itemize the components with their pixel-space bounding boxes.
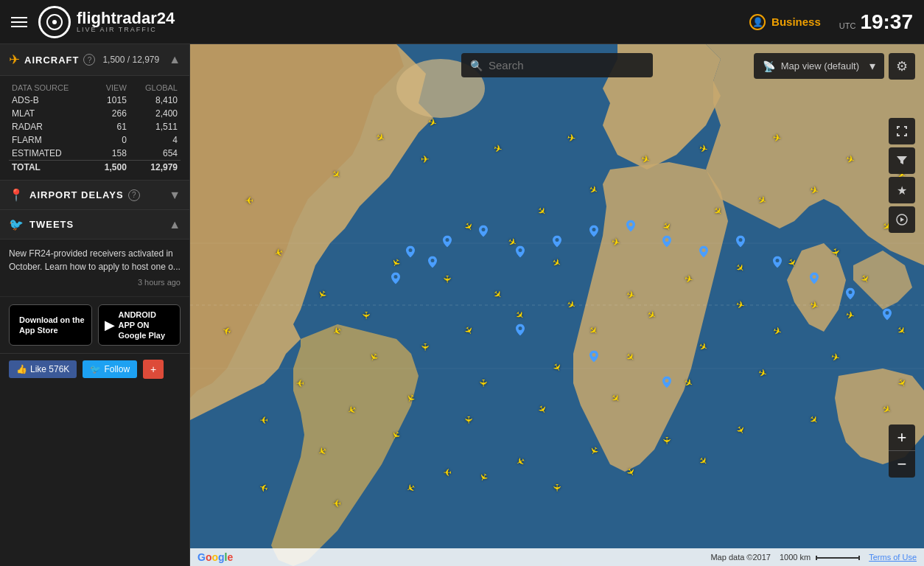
filter-button[interactable] (889, 147, 915, 174)
airport-marker[interactable] (516, 324, 525, 338)
table-row-total: TOTAL 1,500 12,979 (9, 161, 181, 175)
airport-marker[interactable] (846, 287, 855, 301)
svg-rect-8 (858, 556, 860, 560)
search-input-wrap: 🔍 (461, 53, 653, 77)
app-store-label: App Store (19, 325, 85, 335)
settings-button[interactable]: ⚙ (889, 53, 915, 80)
airport-marker[interactable] (773, 256, 782, 270)
aircraft-marker[interactable]: ✈ (245, 195, 253, 206)
aircraft-marker[interactable]: ✈ (463, 416, 475, 424)
android-icon: ▶ (105, 317, 115, 333)
airport-marker[interactable] (699, 246, 708, 260)
airport-marker[interactable] (516, 246, 525, 260)
app-store-button[interactable]: Download on the App Store (9, 304, 92, 346)
google-play-button[interactable]: ▶ ANDROID APP ON Google Play (98, 304, 181, 346)
map-scale-bar: 1000 km (780, 553, 860, 562)
social-bar: 👍 Like 576K 🐦 Follow + (0, 354, 189, 385)
airport-marker[interactable] (443, 236, 452, 250)
tweets-expand-icon[interactable]: ▲ (169, 218, 181, 231)
svg-rect-7 (816, 556, 817, 560)
data-source-table: DATA SOURCE VIEW GLOBAL ADS-B 1015 8,410… (0, 76, 189, 181)
aircraft-marker[interactable]: ✈ (421, 153, 430, 165)
map-view-arrow-icon: ▾ (869, 59, 875, 73)
favorites-button[interactable]: ★ (889, 177, 915, 203)
aircraft-section-header: ✈ AIRCRAFT ? 1,500 / 12,979 ▲ (0, 44, 189, 76)
aircraft-marker[interactable]: ✈ (551, 483, 563, 492)
airport-marker[interactable] (662, 236, 671, 250)
logo-tagline: LIVE AIR TRAFFIC (77, 27, 175, 33)
logo: flightradar24 LIVE AIR TRAFFIC (38, 6, 175, 38)
aircraft-marker[interactable]: ✈ (419, 343, 431, 352)
airport-marker[interactable] (406, 246, 415, 260)
aircraft-help-icon[interactable]: ? (83, 54, 95, 66)
tweet-text: New FR24-provided receivers activated in… (9, 247, 181, 273)
airport-marker[interactable] (553, 236, 561, 250)
airport-delays-help-icon[interactable]: ? (128, 189, 140, 201)
airport-marker[interactable] (810, 272, 819, 286)
playback-button[interactable] (889, 206, 915, 233)
airport-delays-section[interactable]: 📍 AIRPORT DELAYS ? ▼ (0, 181, 189, 210)
aircraft-marker[interactable]: ✈ (661, 436, 673, 445)
search-bar: 🔍 (461, 53, 653, 77)
tweets-section-header: 🐦 TWEETS ▲ (0, 210, 189, 240)
col-data-source: DATA SOURCE (9, 82, 92, 94)
twitter-icon: 🐦 (9, 217, 24, 231)
aircraft-marker[interactable]: ✈ (332, 497, 341, 509)
facebook-icon: 👍 (16, 364, 27, 374)
map-view-selector[interactable]: 📡 Map view (default) ▾ (754, 53, 884, 79)
aircraft-icon: ✈ (9, 52, 20, 68)
table-row: FLARM 0 4 (9, 133, 181, 147)
search-input[interactable] (489, 59, 644, 71)
logo-name: flightradar24 (77, 10, 175, 27)
google-play-sub: ANDROID APP ON (119, 310, 175, 331)
airport-marker[interactable] (589, 350, 598, 364)
fullscreen-button[interactable] (889, 118, 915, 144)
zoom-out-button[interactable]: − (889, 451, 915, 478)
utc-label: UTC (839, 21, 856, 30)
twitter-follow-button[interactable]: 🐦 Follow (83, 360, 137, 378)
aircraft-marker[interactable]: ✈ (295, 377, 304, 389)
facebook-like-button[interactable]: 👍 Like 576K (9, 360, 77, 378)
terms-link[interactable]: Terms of Use (869, 553, 917, 562)
airport-marker[interactable] (736, 236, 745, 250)
main-content: ✈ AIRCRAFT ? 1,500 / 12,979 ▲ DATA SOURC… (0, 44, 924, 566)
aircraft-marker[interactable]: ✈ (259, 414, 268, 426)
map-view-label: Map view (default) (781, 60, 859, 71)
broadcast-icon: 📡 (763, 60, 775, 72)
business-button[interactable]: 👤 Business (749, 14, 821, 30)
aircraft-marker[interactable]: ✈ (771, 132, 783, 145)
airport-marker[interactable] (391, 272, 400, 286)
tweet-content: New FR24-provided receivers activated in… (0, 240, 189, 297)
airport-marker[interactable] (428, 256, 437, 270)
map-footer: Google Map data ©2017 1000 km Terms of U… (190, 548, 924, 566)
zoom-in-button[interactable]: + (889, 424, 915, 451)
airport-marker[interactable] (883, 309, 892, 323)
business-label: Business (771, 15, 821, 28)
logo-icon (38, 6, 71, 38)
col-view: VIEW (92, 82, 130, 94)
aircraft-expand-icon[interactable]: ▲ (169, 53, 181, 66)
map-right-controls: ★ (889, 118, 915, 233)
utc-clock: UTC 19:37 (839, 10, 913, 34)
aircraft-marker[interactable]: ✈ (441, 275, 453, 284)
aircraft-marker[interactable]: ✈ (360, 311, 372, 320)
airport-delays-expand-icon[interactable]: ▼ (169, 189, 181, 202)
facebook-label: Like 576K (30, 364, 69, 374)
table-row: MLAT 266 2,400 (9, 107, 181, 120)
menu-button[interactable] (11, 17, 27, 27)
google-plus-button[interactable]: + (143, 360, 164, 379)
airport-marker[interactable] (479, 225, 488, 239)
airport-marker[interactable] (626, 220, 635, 234)
aircraft-marker[interactable]: ✈ (477, 379, 489, 388)
location-icon: 📍 (9, 188, 24, 202)
map-area[interactable]: ✈✈✈✈✈✈✈✈✈✈✈✈✈✈✈✈✈✈✈✈✈✈✈✈✈✈✈✈✈✈✈✈✈✈✈✈✈✈✈✈… (190, 44, 924, 566)
google-logo: Google (197, 551, 233, 563)
tweet-time: 3 hours ago (9, 276, 181, 289)
app-store-sub: Download on the (19, 315, 85, 325)
airport-marker[interactable] (589, 225, 598, 239)
app-download-section: Download on the App Store ▶ ANDROID APP … (0, 297, 189, 354)
svg-rect-6 (816, 557, 860, 559)
table-row: ESTIMATED 158 654 (9, 147, 181, 161)
aircraft-marker[interactable]: ✈ (443, 467, 452, 478)
airport-marker[interactable] (662, 377, 671, 391)
